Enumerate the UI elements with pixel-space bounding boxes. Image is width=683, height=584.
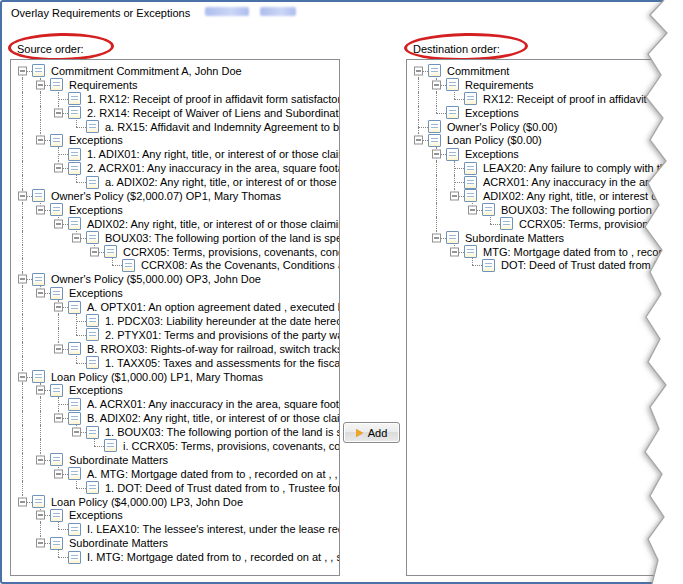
tree-node[interactable]: Subordinate Matters [14, 453, 339, 467]
tree-node[interactable]: A. OPTX01: An option agreement dated , e… [14, 300, 339, 314]
collapse-expand-box[interactable] [72, 233, 81, 242]
tree-node-label[interactable]: Subordinate Matters [463, 232, 566, 244]
tree-node-label[interactable]: 2. RX14: Receipt of Waiver of Liens and … [85, 107, 340, 119]
tree-node-label[interactable]: Requirements [67, 79, 139, 91]
collapse-expand-box[interactable] [414, 136, 423, 145]
collapse-expand-box[interactable] [414, 66, 423, 75]
tree-node-label[interactable]: Exceptions [67, 287, 125, 299]
tree-node[interactable]: Loan Policy ($0.00) [410, 133, 668, 147]
collapse-expand-box[interactable] [36, 386, 45, 395]
tree-node[interactable]: Requirements [410, 78, 668, 92]
collapse-expand-box[interactable] [18, 372, 27, 381]
tree-node[interactable]: 2. RX14: Receipt of Waiver of Liens and … [14, 106, 339, 120]
tree-node[interactable]: a. RX15: Affidavit and Indemnity Agreeme… [14, 120, 339, 134]
collapse-expand-box[interactable] [54, 164, 63, 173]
tree-node-label[interactable]: Exceptions [463, 148, 521, 160]
tree-node[interactable]: ADIX02: Any right, title, or interest of… [410, 189, 668, 203]
tree-node[interactable]: Commitment [410, 64, 668, 78]
collapse-expand-box[interactable] [54, 469, 63, 478]
tree-node-label[interactable]: 1. ADIX01: Any right, title, or interest… [85, 148, 340, 160]
tree-node[interactable]: I. LEAX10: The lessee's interest, under … [14, 522, 339, 536]
collapse-expand-box[interactable] [36, 539, 45, 548]
tree-node[interactable]: Exceptions [14, 383, 339, 397]
tree-node[interactable]: BOUX03: The following portion of the lan… [14, 231, 339, 245]
tree-node[interactable]: 1. PDCX03: Liability hereunder at the da… [14, 314, 339, 328]
collapse-expand-box[interactable] [54, 108, 63, 117]
collapse-expand-box[interactable] [36, 136, 45, 145]
tree-node-label[interactable]: 2. PTYX01: Terms and provisions of the p… [103, 329, 340, 341]
collapse-expand-box[interactable] [36, 511, 45, 520]
tree-node[interactable]: 2. PTYX01: Terms and provisions of the p… [14, 328, 339, 342]
collapse-expand-box[interactable] [36, 205, 45, 214]
tree-node[interactable]: CCRX08: As the Covenants, Conditions and [14, 258, 339, 272]
collapse-expand-box[interactable] [18, 191, 27, 200]
tree-node-label[interactable]: LEAX20: Any failure to comply with the t… [481, 162, 668, 174]
tree-node-label[interactable]: CCRX05: Terms, provisions, covenan [517, 218, 668, 230]
collapse-expand-box[interactable] [36, 80, 45, 89]
collapse-expand-box[interactable] [18, 497, 27, 506]
tree-node-label[interactable]: 1. TAXX05: Taxes and assessments for the… [103, 357, 340, 369]
tree-node[interactable]: 1. ADIX01: Any right, title, or interest… [14, 147, 339, 161]
tree-node-label[interactable]: B. RROX03: Rights-of-way for railroad, s… [85, 343, 340, 355]
tree-node[interactable]: 1. TAXX05: Taxes and assessments for the… [14, 356, 339, 370]
tree-node-label[interactable]: Exceptions [67, 509, 125, 521]
tree-node-label[interactable]: Commitment Commitment A, John Doe [49, 65, 244, 77]
tree-node-label[interactable]: BOUX03: The following portion of the lan… [103, 232, 340, 244]
tree-node[interactable]: Owner's Policy ($0.00) [410, 120, 668, 134]
tree-node[interactable]: Exceptions [14, 133, 339, 147]
collapse-expand-box[interactable] [450, 191, 459, 200]
tree-node[interactable]: Requirements [14, 78, 339, 92]
tree-node-label[interactable]: DOT: Deed of Trust dated from to , Trus [499, 259, 668, 271]
tree-node[interactable]: CCRX05: Terms, provisions, covenan [410, 217, 668, 231]
tree-node-label[interactable]: I. MTG: Mortgage dated from to , recorde… [85, 551, 340, 563]
tree-node[interactable]: MTG: Mortgage dated from to , recorded o… [410, 245, 668, 259]
collapse-expand-box[interactable] [36, 455, 45, 464]
tree-node-label[interactable]: 2. ACRX01: Any inaccuracy in the area, s… [85, 162, 340, 174]
tree-node-label[interactable]: Exceptions [67, 384, 125, 396]
tree-node-label[interactable]: BOUX03: The following portion of the lan [499, 204, 668, 216]
tree-node-label[interactable]: Exceptions [463, 107, 521, 119]
tree-node-label[interactable]: a. RX15: Affidavit and Indemnity Agreeme… [103, 121, 340, 133]
collapse-expand-box[interactable] [450, 247, 459, 256]
tree-node-label[interactable]: 1. RX12: Receipt of proof in affidavit f… [85, 93, 340, 105]
collapse-expand-box[interactable] [54, 219, 63, 228]
tree-node[interactable]: A. MTG: Mortgage dated from to , recorde… [14, 467, 339, 481]
tree-node-label[interactable]: i. CCRX05: Terms, provisions, covenants,… [121, 440, 340, 452]
tree-node-label[interactable]: 1. DOT: Deed of Trust dated from to , Tr… [103, 482, 340, 494]
collapse-expand-box[interactable] [468, 205, 477, 214]
tree-node[interactable]: Loan Policy ($4,000.00) LP3, John Doe [14, 495, 339, 509]
tree-node[interactable]: Exceptions [410, 147, 668, 161]
tree-node-label[interactable]: Owner's Policy ($0.00) [445, 121, 559, 133]
tree-node[interactable]: A. ACRX01: Any inaccuracy in the area, s… [14, 397, 339, 411]
tree-node[interactable]: a. ADIX02: Any right, title, or interest… [14, 175, 339, 189]
collapse-expand-box[interactable] [54, 344, 63, 353]
tree-node-label[interactable]: A. MTG: Mortgage dated from to , recorde… [85, 468, 340, 480]
tree-node-label[interactable]: RX12: Receipt of proof in affidavit form… [481, 93, 668, 105]
tree-node[interactable]: Subordinate Matters [14, 536, 339, 550]
add-button[interactable]: Add [343, 422, 400, 443]
tree-node[interactable]: ACRX01: Any inaccuracy in the area, squa… [410, 175, 668, 189]
tree-node[interactable]: Exceptions [14, 203, 339, 217]
tree-node[interactable]: 1. RX12: Receipt of proof in affidavit f… [14, 92, 339, 106]
collapse-expand-box[interactable] [72, 428, 81, 437]
tree-node[interactable]: i. CCRX05: Terms, provisions, covenants,… [14, 439, 339, 453]
collapse-expand-box[interactable] [432, 80, 441, 89]
tree-node[interactable]: Loan Policy ($1,000.00) LP1, Mary Thomas [14, 370, 339, 384]
tree-node[interactable]: I. MTG: Mortgage dated from to , recorde… [14, 550, 339, 564]
tree-node[interactable]: B. RROX03: Rights-of-way for railroad, s… [14, 342, 339, 356]
tree-node-label[interactable]: a. ADIX02: Any right, title, or interest… [103, 176, 340, 188]
tree-node-label[interactable]: Loan Policy ($0.00) [445, 134, 544, 146]
tree-node-label[interactable]: Loan Policy ($4,000.00) LP3, John Doe [49, 496, 245, 508]
tree-node[interactable]: Owner's Policy ($5,000.00) OP3, John Doe [14, 272, 339, 286]
collapse-expand-box[interactable] [54, 303, 63, 312]
tree-node[interactable]: B. ADIX02: Any right, title, or interest… [14, 411, 339, 425]
collapse-expand-box[interactable] [432, 150, 441, 159]
collapse-expand-box[interactable] [18, 66, 27, 75]
destination-tree-panel[interactable]: CommitmentRequirementsRX12: Receipt of p… [406, 59, 668, 576]
collapse-expand-box[interactable] [18, 275, 27, 284]
tree-node-label[interactable]: ADIX02: Any right, title, or interest of… [85, 218, 340, 230]
tree-node[interactable]: Subordinate Matters [410, 231, 668, 245]
tree-node[interactable]: RX12: Receipt of proof in affidavit form… [410, 92, 668, 106]
tree-node-label[interactable]: CCRX05: Terms, provisions, covenants, co… [121, 246, 340, 258]
tree-node-label[interactable]: ADIX02: Any right, title, or interest of… [481, 190, 668, 202]
